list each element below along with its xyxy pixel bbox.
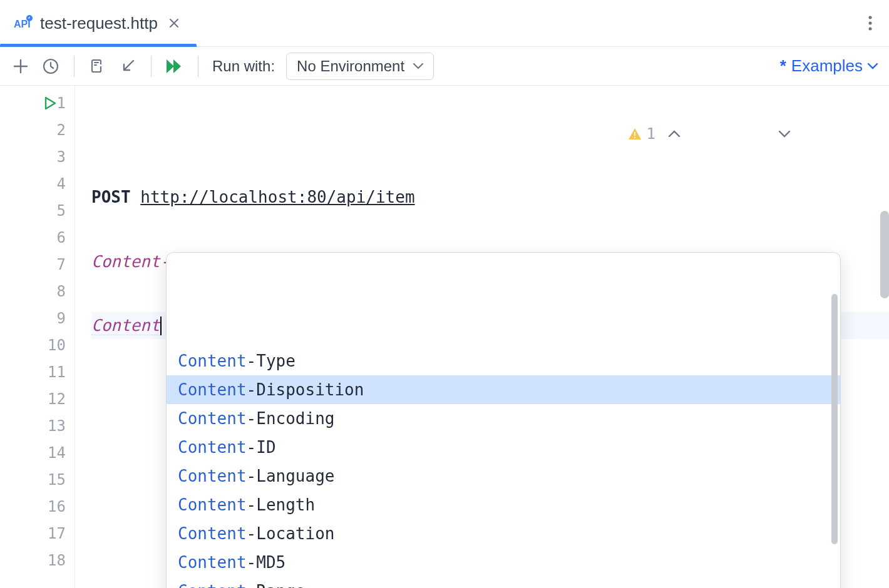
code-area[interactable]: 1 POST http://localhost:80/api/item Cont… (75, 86, 889, 588)
svg-point-2 (869, 16, 872, 19)
line-gutter: 123456789101112131415161718 (0, 86, 75, 588)
svg-rect-8 (634, 132, 635, 136)
typed-text: Content (91, 316, 160, 335)
line-number: 17 (0, 520, 75, 547)
add-request-button[interactable] (11, 57, 30, 76)
svg-rect-9 (634, 137, 635, 138)
autocomplete-popup: Content-TypeContent-DispositionContent-E… (166, 252, 841, 588)
tab-title: test-request.http (40, 14, 158, 33)
chevron-up-icon (668, 129, 681, 138)
examples-button[interactable]: *Examples (780, 56, 878, 76)
app-root: API test-request.http R (0, 0, 889, 588)
line-number: 2 (0, 116, 75, 143)
line-number: 6 (0, 224, 75, 251)
environment-value: No Environment (297, 58, 404, 75)
autocomplete-item[interactable]: Content-Encoding (167, 404, 840, 433)
inspection-strip: 1 (627, 92, 876, 176)
svg-point-3 (869, 22, 872, 25)
code-line-1[interactable]: POST http://localhost:80/api/item (91, 183, 889, 210)
svg-rect-7 (96, 64, 105, 66)
line-number: 3 (0, 143, 75, 170)
chevron-down-icon (868, 63, 878, 69)
chevron-down-icon (413, 63, 423, 69)
import-icon (90, 58, 106, 74)
run-gutter-icon[interactable] (44, 96, 56, 110)
text-caret (160, 317, 162, 335)
warning-count: 1 (646, 125, 655, 143)
autocomplete-list[interactable]: Content-TypeContent-DispositionContent-E… (167, 290, 840, 588)
tab-close-button[interactable] (165, 14, 183, 32)
line-number: 16 (0, 493, 75, 520)
modified-marker: * (780, 56, 786, 76)
examples-label: Examples (791, 56, 863, 76)
line-number: 18 (0, 547, 75, 574)
next-highlight-button[interactable] (778, 92, 876, 176)
autocomplete-item[interactable]: Content-Language (167, 462, 840, 490)
autocomplete-item[interactable]: Content-Location (167, 519, 840, 548)
editor-toolbar: Run with: No Environment *Examples (0, 47, 889, 86)
line-number: 1 (0, 89, 75, 116)
run-all-button[interactable] (165, 57, 184, 76)
autocomplete-item[interactable]: Content-MD5 (167, 548, 840, 577)
run-with-label: Run with: (212, 58, 275, 75)
request-url: http://localhost:80/api/item (140, 188, 414, 206)
line-number: 4 (0, 170, 75, 197)
line-number: 15 (0, 466, 75, 493)
file-tab[interactable]: API test-request.http (0, 0, 197, 46)
double-play-icon (165, 58, 184, 74)
export-button[interactable] (118, 57, 137, 76)
line-number: 8 (0, 278, 75, 305)
more-vertical-icon (868, 16, 872, 31)
history-button[interactable] (41, 57, 60, 76)
popup-scrollbar[interactable] (831, 294, 838, 544)
environment-select[interactable]: No Environment (286, 53, 434, 80)
autocomplete-item[interactable]: Content-Length (167, 490, 840, 519)
tab-bar: API test-request.http (0, 0, 889, 47)
chevron-down-icon (778, 129, 791, 138)
line-number: 7 (0, 251, 75, 278)
autocomplete-item[interactable]: Content-Disposition (167, 375, 840, 404)
prev-highlight-button[interactable] (668, 92, 766, 176)
close-icon (169, 18, 179, 28)
line-number: 10 (0, 332, 75, 358)
api-file-icon: API (14, 14, 33, 33)
svg-point-4 (869, 28, 872, 31)
line-number: 14 (0, 439, 75, 466)
import-button[interactable] (88, 57, 107, 76)
clock-icon (42, 58, 59, 75)
code-editor[interactable]: 123456789101112131415161718 1 POST http:… (0, 86, 889, 588)
editor-scrollbar[interactable] (880, 211, 889, 298)
tab-options-button[interactable] (851, 0, 889, 46)
autocomplete-item[interactable]: Content-Range (167, 577, 840, 588)
line-number: 9 (0, 305, 75, 332)
http-method: POST (91, 188, 131, 206)
autocomplete-item[interactable]: Content-Type (167, 347, 840, 375)
warning-badge[interactable]: 1 (627, 125, 655, 143)
line-number: 11 (0, 358, 75, 385)
autocomplete-item[interactable]: Content-ID (167, 433, 840, 462)
line-number: 13 (0, 412, 75, 439)
warning-icon (627, 126, 642, 141)
line-number: 12 (0, 385, 75, 412)
plus-icon (13, 58, 29, 74)
line-number: 5 (0, 197, 75, 224)
export-icon (120, 58, 136, 74)
